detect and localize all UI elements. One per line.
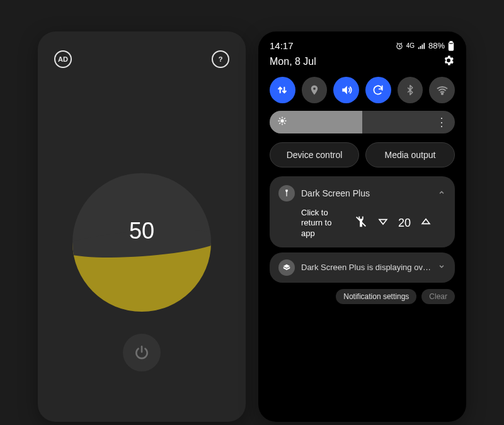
- ads-label: AD: [58, 55, 68, 63]
- help-label: ?: [219, 55, 223, 63]
- qs-mobile-data[interactable]: [270, 77, 295, 103]
- increase-button[interactable]: [420, 215, 432, 230]
- notif-footer-row: Notification settings Clear: [258, 289, 466, 304]
- collapse-icon[interactable]: [437, 188, 446, 199]
- triangle-up-icon: [420, 215, 432, 228]
- battery-icon: [447, 41, 455, 51]
- shade-phone: 14:17 4G 88% Mon, 8 Jul: [258, 31, 466, 422]
- qs-rotate[interactable]: [365, 77, 391, 103]
- location-icon: [309, 84, 320, 96]
- dial-fill: [72, 242, 211, 312]
- quick-settings-row: [258, 76, 466, 111]
- plug-off-icon: [354, 215, 368, 229]
- flashlight-icon: [282, 189, 291, 198]
- notif-app-icon: [278, 185, 295, 201]
- overlay-notif-icon: [278, 259, 295, 276]
- notif-body-text: Click to return to app: [301, 208, 345, 239]
- wifi-icon: [436, 84, 449, 96]
- notif-title: Dark Screen Plus: [301, 188, 370, 198]
- app-phone: AD ? 50: [38, 31, 246, 422]
- rotate-icon: [372, 84, 384, 96]
- help-button[interactable]: ?: [212, 50, 229, 68]
- brightness-dial[interactable]: 50: [72, 173, 211, 312]
- media-output-button[interactable]: Media output: [365, 142, 455, 167]
- clear-label: Clear: [429, 292, 447, 301]
- media-output-label: Media output: [385, 150, 436, 160]
- status-bar: 14:17 4G 88%: [258, 31, 466, 53]
- alarm-icon: [395, 42, 404, 50]
- gear-icon: [442, 54, 455, 67]
- status-right: 4G 88%: [395, 41, 455, 51]
- sound-icon: [340, 84, 353, 96]
- qs-bluetooth[interactable]: [398, 77, 423, 103]
- ads-button[interactable]: AD: [54, 50, 72, 68]
- qs-sound[interactable]: [333, 77, 359, 103]
- notification-settings-label: Notification settings: [343, 292, 409, 301]
- date-row: Mon, 8 Jul: [258, 53, 466, 76]
- brightness-slider[interactable]: ⋮: [270, 111, 455, 133]
- control-pill-row: Device control Media output: [258, 142, 466, 176]
- plug-button[interactable]: [354, 215, 368, 231]
- signal-icon: [417, 42, 426, 50]
- bluetooth-icon: [404, 84, 416, 96]
- qs-location[interactable]: [302, 77, 328, 103]
- layers-icon: [282, 263, 291, 272]
- svg-rect-2: [450, 41, 452, 42]
- app-notification[interactable]: Dark Screen Plus Click to return to app …: [270, 176, 455, 247]
- clear-button[interactable]: Clear: [421, 289, 455, 304]
- device-control-button[interactable]: Device control: [270, 142, 359, 167]
- data-arrows-icon: [276, 84, 289, 96]
- date-text: Mon, 8 Jul: [270, 56, 316, 67]
- settings-button[interactable]: [442, 54, 455, 69]
- app-top-bar: AD ?: [38, 31, 246, 68]
- svg-point-4: [441, 93, 443, 95]
- decrease-button[interactable]: [377, 215, 389, 230]
- svg-rect-3: [449, 44, 452, 50]
- expand-icon[interactable]: [437, 262, 446, 273]
- triangle-down-icon: [377, 215, 389, 228]
- qs-wifi[interactable]: [429, 77, 455, 103]
- svg-point-5: [280, 119, 284, 122]
- power-button[interactable]: [123, 334, 161, 371]
- brightness-icon: [277, 116, 287, 128]
- status-time: 14:17: [270, 40, 294, 51]
- device-control-label: Device control: [287, 150, 343, 160]
- notification-settings-button[interactable]: Notification settings: [336, 289, 416, 304]
- power-icon: [134, 344, 150, 361]
- notif-value: 20: [398, 217, 411, 230]
- overlay-notification[interactable]: Dark Screen Plus is displaying over othe…: [270, 252, 455, 283]
- overlay-notif-text: Dark Screen Plus is displaying over othe…: [301, 263, 431, 272]
- network-label: 4G: [406, 42, 415, 49]
- battery-label: 88%: [428, 41, 445, 50]
- brightness-more-button[interactable]: ⋮: [436, 115, 447, 129]
- dial-value: 50: [129, 218, 154, 244]
